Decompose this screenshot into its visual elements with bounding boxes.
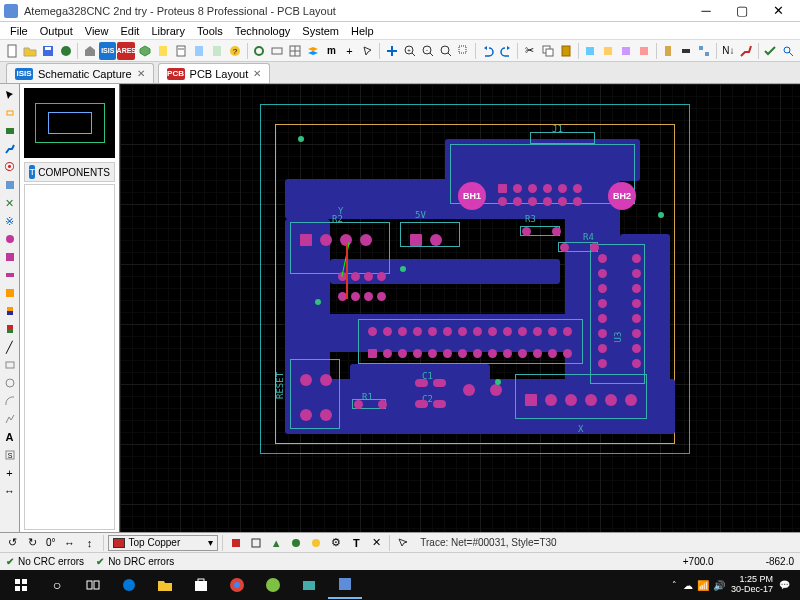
home-icon[interactable] (81, 42, 98, 60)
selection-mode-icon[interactable] (2, 87, 18, 103)
package-icon[interactable] (678, 42, 695, 60)
volume-icon[interactable]: 🔊 (713, 580, 725, 591)
overview-panel[interactable] (24, 88, 115, 158)
cut-icon[interactable]: ✂ (521, 42, 538, 60)
zoom-out-icon[interactable]: - (419, 42, 436, 60)
paste-icon[interactable] (557, 42, 574, 60)
neckdown-icon[interactable]: ✕ (367, 534, 385, 552)
menu-tools[interactable]: Tools (191, 25, 229, 37)
flip-icon[interactable] (269, 42, 286, 60)
track-mode-icon[interactable] (2, 141, 18, 157)
report-icon[interactable] (209, 42, 226, 60)
symbol-2d-icon[interactable]: S (2, 447, 18, 463)
notes-icon[interactable] (191, 42, 208, 60)
proteus-task-icon[interactable] (328, 571, 362, 599)
bittorrent-icon[interactable] (256, 571, 290, 599)
menu-file[interactable]: File (4, 25, 34, 37)
menu-library[interactable]: Library (145, 25, 191, 37)
menu-technology[interactable]: Technology (229, 25, 297, 37)
pick-icon[interactable] (660, 42, 677, 60)
menu-edit[interactable]: Edit (114, 25, 145, 37)
open-file-icon[interactable] (21, 42, 38, 60)
menu-view[interactable]: View (79, 25, 115, 37)
padstack2-icon[interactable] (2, 321, 18, 337)
tray-chevron-icon[interactable]: ˄ (672, 580, 677, 590)
rotate-cw-icon[interactable]: ↻ (23, 534, 41, 552)
import-icon[interactable] (57, 42, 74, 60)
cortana-icon[interactable]: ○ (40, 571, 74, 599)
info-icon[interactable]: ? (227, 42, 244, 60)
redraw-icon[interactable] (251, 42, 268, 60)
edge-icon[interactable] (112, 571, 146, 599)
padstack1-icon[interactable] (2, 303, 18, 319)
gerber-icon[interactable] (154, 42, 171, 60)
trace-tool-icon[interactable] (287, 534, 305, 552)
component-mode-icon[interactable] (2, 105, 18, 121)
grid-icon[interactable] (287, 42, 304, 60)
package-mode-icon[interactable] (2, 123, 18, 139)
selection-filter-icon[interactable] (394, 534, 412, 552)
via-mode-icon[interactable]: ⦿ (2, 159, 18, 175)
autoname-icon[interactable]: N↓ (720, 42, 737, 60)
pan-icon[interactable] (383, 42, 400, 60)
chrome-icon[interactable] (220, 571, 254, 599)
tab-close-icon[interactable]: ✕ (253, 68, 261, 79)
zoom-area-icon[interactable] (455, 42, 472, 60)
arc-2d-icon[interactable] (2, 393, 18, 409)
smd-pad-icon[interactable] (2, 267, 18, 283)
app-task-icon[interactable] (292, 571, 326, 599)
new-file-icon[interactable] (3, 42, 20, 60)
menu-output[interactable]: Output (34, 25, 79, 37)
bom-icon[interactable] (172, 42, 189, 60)
text-2d-icon[interactable]: A (2, 429, 18, 445)
notifications-icon[interactable]: 💬 (779, 580, 790, 590)
autoroute-icon[interactable] (738, 42, 755, 60)
metric-icon[interactable]: m (323, 42, 340, 60)
filter-icon[interactable]: ▲ (267, 534, 285, 552)
components-list[interactable] (24, 184, 115, 530)
cursor-pos-icon[interactable] (359, 42, 376, 60)
marker-icon[interactable]: + (2, 465, 18, 481)
search-component-icon[interactable] (780, 42, 797, 60)
block-rotate-icon[interactable] (618, 42, 635, 60)
flip-v-icon[interactable]: ↕ (81, 534, 99, 552)
tab-close-icon[interactable]: ✕ (137, 68, 145, 79)
zoom-in-icon[interactable]: + (401, 42, 418, 60)
store-icon[interactable] (184, 571, 218, 599)
system-tray[interactable]: ˄ ☁ 📶 🔊 1:25 PM 30-Dec-17 💬 (672, 575, 796, 595)
components-header[interactable]: T COMPONENTS (24, 162, 115, 182)
onedrive-icon[interactable]: ☁ (683, 580, 693, 591)
toggle-grid-icon[interactable] (247, 534, 265, 552)
layer-selector[interactable]: Top Copper ▾ (108, 535, 219, 551)
3d-icon[interactable] (136, 42, 153, 60)
origin-icon[interactable]: + (341, 42, 358, 60)
block-move-icon[interactable] (600, 42, 617, 60)
circle-2d-icon[interactable] (2, 375, 18, 391)
decompose-icon[interactable] (696, 42, 713, 60)
round-pad-icon[interactable] (2, 231, 18, 247)
isis-badge-icon[interactable]: ISIS (99, 42, 116, 60)
config-tool-icon[interactable]: ⚙ (327, 534, 345, 552)
flip-h-icon[interactable]: ↔ (61, 534, 79, 552)
path-2d-icon[interactable] (2, 411, 18, 427)
connectivity-icon[interactable]: ※ (2, 213, 18, 229)
save-icon[interactable] (39, 42, 56, 60)
ratsnest-icon[interactable]: ✕ (2, 195, 18, 211)
zone-mode-icon[interactable] (2, 177, 18, 193)
tab-schematic[interactable]: ISIS Schematic Capture ✕ (6, 63, 154, 83)
block-copy-icon[interactable] (581, 42, 598, 60)
toggle-layer-icon[interactable] (227, 534, 245, 552)
task-view-icon[interactable] (76, 571, 110, 599)
wifi-icon[interactable]: 📶 (697, 580, 709, 591)
via-tool-icon[interactable] (307, 534, 325, 552)
edge-pad-icon[interactable] (2, 285, 18, 301)
layers-icon[interactable] (305, 42, 322, 60)
square-pad-icon[interactable] (2, 249, 18, 265)
dimension-icon[interactable]: ↔ (2, 483, 18, 499)
menu-system[interactable]: System (296, 25, 345, 37)
filter-t-icon[interactable]: T (347, 534, 365, 552)
redo-icon[interactable] (497, 42, 514, 60)
zoom-all-icon[interactable] (437, 42, 454, 60)
drc-icon[interactable] (762, 42, 779, 60)
box-2d-icon[interactable] (2, 357, 18, 373)
